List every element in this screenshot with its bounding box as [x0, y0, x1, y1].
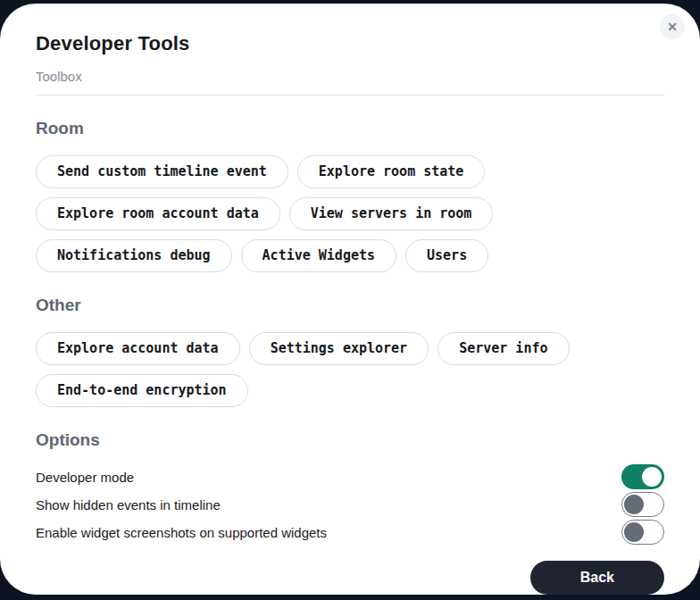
notifications-debug-button[interactable]: Notifications debug	[36, 239, 232, 272]
close-icon[interactable]: ✕	[660, 14, 685, 39]
option-row-widget-screenshots: Enable widget screenshots on supported w…	[36, 520, 664, 545]
developer-mode-label: Developer mode	[36, 470, 134, 485]
send-custom-timeline-event-button[interactable]: Send custom timeline event	[36, 155, 288, 188]
end-to-end-encryption-button[interactable]: End-to-end encryption	[36, 374, 248, 407]
room-buttons-row: Send custom timeline event Explore room …	[36, 155, 664, 272]
option-row-developer-mode: Developer mode	[36, 464, 664, 489]
section-heading-options: Options	[36, 430, 664, 450]
back-button[interactable]: Back	[530, 561, 664, 595]
server-info-button[interactable]: Server info	[438, 332, 569, 365]
users-button[interactable]: Users	[405, 239, 488, 272]
breadcrumb-toolbox: Toolbox	[36, 69, 664, 96]
toggle-knob	[624, 522, 644, 542]
other-buttons-row: Explore account data Settings explorer S…	[36, 332, 664, 407]
option-row-show-hidden-events: Show hidden events in timeline	[36, 492, 664, 517]
section-heading-other: Other	[36, 296, 664, 315]
modal-backdrop: ✕ Developer Tools Toolbox Room Send cust…	[0, 0, 700, 600]
section-heading-room: Room	[36, 119, 664, 138]
developer-mode-toggle[interactable]	[621, 464, 664, 489]
show-hidden-events-toggle[interactable]	[621, 492, 664, 517]
explore-account-data-button[interactable]: Explore account data	[36, 332, 240, 365]
dialog-footer: Back	[36, 561, 664, 595]
widget-screenshots-toggle[interactable]	[621, 520, 664, 545]
active-widgets-button[interactable]: Active Widgets	[241, 239, 396, 272]
explore-room-state-button[interactable]: Explore room state	[297, 155, 486, 188]
toggle-knob	[624, 495, 644, 514]
dialog-title: Developer Tools	[36, 32, 664, 55]
explore-room-account-data-button[interactable]: Explore room account data	[36, 197, 280, 230]
widget-screenshots-label: Enable widget screenshots on supported w…	[36, 525, 327, 540]
show-hidden-events-label: Show hidden events in timeline	[36, 497, 221, 512]
settings-explorer-button[interactable]: Settings explorer	[249, 332, 429, 365]
toggle-knob	[642, 467, 662, 487]
options-list: Developer mode Show hidden events in tim…	[36, 464, 664, 545]
view-servers-in-room-button[interactable]: View servers in room	[289, 197, 494, 230]
developer-tools-dialog: ✕ Developer Tools Toolbox Room Send cust…	[0, 4, 700, 595]
